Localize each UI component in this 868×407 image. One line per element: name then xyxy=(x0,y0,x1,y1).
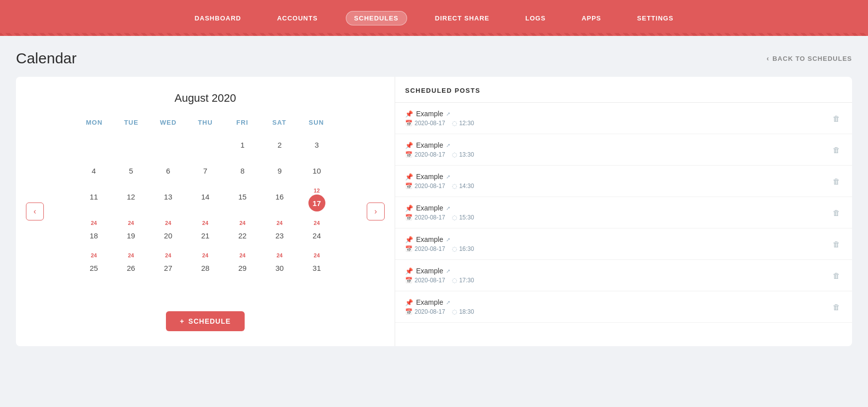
post-date: 📅 2020-08-17 xyxy=(405,308,445,315)
post-date-value: 2020-08-17 xyxy=(415,151,445,158)
nav-dashboard[interactable]: DASHBOARD xyxy=(186,11,249,25)
day-number: 1 xyxy=(234,136,251,153)
calendar-day-cell[interactable]: 4 xyxy=(76,158,112,183)
post-time: ◌ 14:30 xyxy=(452,183,474,190)
calendar-day-cell[interactable]: 5 xyxy=(113,158,149,183)
calendar-day-cell[interactable]: 2427 xyxy=(150,249,186,280)
day-number: 22 xyxy=(234,227,251,244)
post-date: 📅 2020-08-17 xyxy=(405,245,445,252)
day-number: 25 xyxy=(85,259,102,276)
day-badge: 24 xyxy=(314,253,320,258)
plus-icon: + xyxy=(180,317,184,325)
post-time: ◌ 12:30 xyxy=(452,120,474,127)
calendar-day-cell[interactable]: 8 xyxy=(224,158,261,183)
external-link-icon[interactable]: ➚ xyxy=(446,299,450,306)
post-date-value: 2020-08-17 xyxy=(415,308,445,315)
nav-apps[interactable]: APPS xyxy=(574,11,609,25)
clock-icon: ◌ xyxy=(452,120,457,127)
post-name: Example xyxy=(416,141,443,149)
external-link-icon[interactable]: ➚ xyxy=(446,268,450,274)
clock-icon: ◌ xyxy=(452,151,457,158)
post-name-row: 📌 Example ➚ xyxy=(405,173,474,181)
nav-settings[interactable]: SETTINGS xyxy=(629,11,682,25)
calendar-day-cell[interactable]: 2422 xyxy=(224,216,261,248)
external-link-icon[interactable]: ➚ xyxy=(446,111,450,117)
day-badge: 24 xyxy=(277,253,283,258)
delete-post-button[interactable]: 🗑 xyxy=(831,112,842,125)
prev-month-button[interactable]: ‹ xyxy=(26,203,44,220)
day-number: 7 xyxy=(197,162,214,179)
post-name-row: 📌 Example ➚ xyxy=(405,235,474,243)
pin-icon: 📌 xyxy=(405,236,413,243)
calendar-day-cell[interactable]: 1 xyxy=(224,132,261,157)
calendar-day-cell[interactable]: 2418 xyxy=(76,216,112,248)
calendar-day-cell[interactable]: 2423 xyxy=(262,216,298,248)
calendar-day-cell[interactable]: 2424 xyxy=(298,216,335,248)
post-meta-row: 📅 2020-08-17 ◌ 16:30 xyxy=(405,245,474,252)
back-to-schedules-button[interactable]: ‹ BACK TO SCHEDULES xyxy=(767,54,852,62)
calendar-day-cell[interactable]: 6 xyxy=(150,158,186,183)
calendar-day-cell[interactable]: 15 xyxy=(224,184,261,215)
weekday-fri: FRI xyxy=(224,117,261,128)
post-item: 📌 Example ➚ 📅 2020-08-17 ◌ 15:30 🗑 xyxy=(395,197,852,228)
day-number: 8 xyxy=(234,162,251,179)
calendar-day-cell[interactable]: 1217 xyxy=(298,184,335,215)
external-link-icon[interactable]: ➚ xyxy=(446,174,450,180)
calendar-day-cell[interactable]: 10 xyxy=(298,158,335,183)
delete-post-button[interactable]: 🗑 xyxy=(831,269,842,282)
post-meta-row: 📅 2020-08-17 ◌ 13:30 xyxy=(405,151,474,158)
calendar-day-cell[interactable]: 14 xyxy=(187,184,224,215)
day-number: 16 xyxy=(271,188,288,205)
post-date: 📅 2020-08-17 xyxy=(405,183,445,190)
delete-post-button[interactable]: 🗑 xyxy=(831,206,842,219)
next-month-button[interactable]: › xyxy=(367,203,385,220)
calendar-day-cell[interactable]: 2420 xyxy=(150,216,186,248)
schedule-button[interactable]: + SCHEDULE xyxy=(166,311,245,331)
delete-post-button[interactable]: 🗑 xyxy=(831,175,842,188)
delete-post-button[interactable]: 🗑 xyxy=(831,238,842,250)
day-number: 21 xyxy=(197,227,214,244)
calendar-day-cell[interactable]: 16 xyxy=(262,184,298,215)
calendar-day-cell[interactable]: 2430 xyxy=(262,249,298,280)
calendar-day-cell[interactable]: 2431 xyxy=(298,249,335,280)
post-date-value: 2020-08-17 xyxy=(415,214,445,221)
calendar-day-cell[interactable]: 2419 xyxy=(113,216,149,248)
delete-post-button[interactable]: 🗑 xyxy=(831,144,842,156)
calendar-day-cell[interactable]: 2426 xyxy=(113,249,149,280)
external-link-icon[interactable]: ➚ xyxy=(446,236,450,243)
nav-accounts[interactable]: ACCOUNTS xyxy=(269,11,326,25)
calendar-day-cell[interactable]: 9 xyxy=(262,158,298,183)
calendar-day-cell[interactable]: 13 xyxy=(150,184,186,215)
nav-direct-share[interactable]: DIRECT SHARE xyxy=(427,11,498,25)
calendar-day-cell[interactable]: 2429 xyxy=(224,249,261,280)
scheduled-posts-section: SCHEDULED POSTS 📌 Example ➚ 📅 2020-08-17… xyxy=(395,77,852,346)
calendar-day-cell[interactable]: 12 xyxy=(113,184,149,215)
post-name-row: 📌 Example ➚ xyxy=(405,204,474,212)
calendar-day-cell[interactable]: 11 xyxy=(76,184,112,215)
calendar-day-cell[interactable]: 2 xyxy=(262,132,298,157)
calendar-day-cell[interactable]: 3 xyxy=(298,132,335,157)
post-time-value: 14:30 xyxy=(459,183,474,190)
external-link-icon[interactable]: ➚ xyxy=(446,205,450,211)
day-number: 19 xyxy=(123,227,140,244)
post-info: 📌 Example ➚ 📅 2020-08-17 ◌ 14:30 xyxy=(405,173,474,190)
calendar-day-cell[interactable]: 2425 xyxy=(76,249,112,280)
pin-icon: 📌 xyxy=(405,299,413,306)
calendar-day-cell[interactable]: 7 xyxy=(187,158,224,183)
calendar-day-cell[interactable]: 2428 xyxy=(187,249,224,280)
weekday-sun: SUN xyxy=(298,117,335,128)
calendar-day-cell xyxy=(150,132,186,157)
weekday-wed: WED xyxy=(150,117,187,128)
day-badge: 12 xyxy=(314,188,320,194)
schedule-button-wrap: + SCHEDULE xyxy=(166,296,245,331)
external-link-icon[interactable]: ➚ xyxy=(446,142,450,149)
nav-schedules[interactable]: SCHEDULES xyxy=(346,11,407,25)
weekday-sat: SAT xyxy=(261,117,297,128)
calendar-day-cell[interactable]: 2421 xyxy=(187,216,224,248)
nav-logs[interactable]: LOGS xyxy=(517,11,554,25)
post-meta-row: 📅 2020-08-17 ◌ 14:30 xyxy=(405,183,474,190)
delete-post-button[interactable]: 🗑 xyxy=(831,301,842,313)
post-time-value: 12:30 xyxy=(459,120,474,127)
calendar-icon: 📅 xyxy=(405,214,413,221)
post-item: 📌 Example ➚ 📅 2020-08-17 ◌ 18:30 🗑 xyxy=(395,291,852,323)
